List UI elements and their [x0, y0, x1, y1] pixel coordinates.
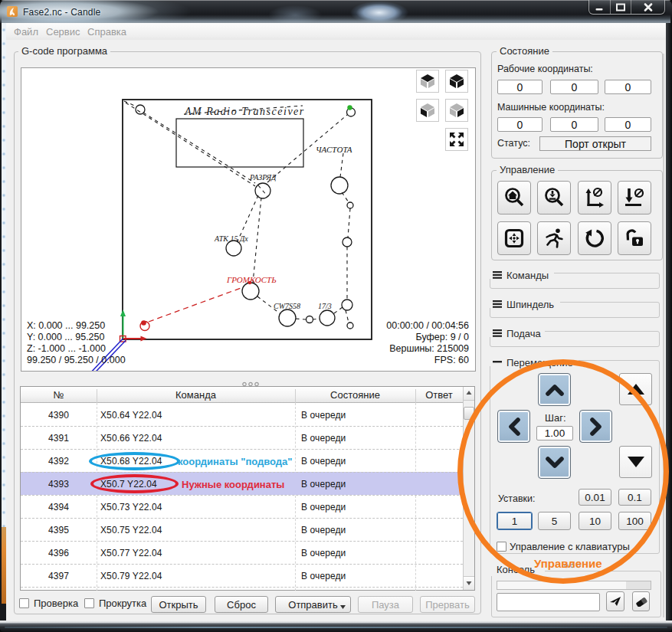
svg-text:X: 0.000 ... 99.250: X: 0.000 ... 99.250 [27, 320, 105, 331]
svg-text:Z: -1.000 ... -1.000: Z: -1.000 ... -1.000 [27, 343, 106, 354]
svg-text:AM Radio Transceiver: AM Radio Transceiver [184, 106, 305, 117]
svg-text:99.250 / 95.250 / 0.000: 99.250 / 95.250 / 0.000 [27, 355, 126, 365]
svg-text:ЧАСТОТА: ЧАСТОТА [316, 145, 352, 154]
svg-text:ГРОМКОСТЬ: ГРОМКОСТЬ [226, 275, 277, 284]
svg-text:АТК 15 Дх: АТК 15 Дх [214, 234, 248, 243]
svg-text:РАЗРЯД: РАЗРЯД [249, 173, 277, 182]
svg-text:Буфер: 9 / 0: Буфер: 9 / 0 [416, 332, 470, 342]
svg-text:CW7S58: CW7S58 [274, 302, 300, 310]
svg-text:FPS: 60: FPS: 60 [434, 355, 469, 365]
svg-text:17/3: 17/3 [318, 302, 332, 310]
svg-text:Y: 0.000 ... 95.250: Y: 0.000 ... 95.250 [27, 332, 105, 342]
svg-text:00:00:00 / 00:04:56: 00:00:00 / 00:04:56 [386, 320, 469, 331]
svg-text:Вершины: 215009: Вершины: 215009 [389, 343, 469, 354]
